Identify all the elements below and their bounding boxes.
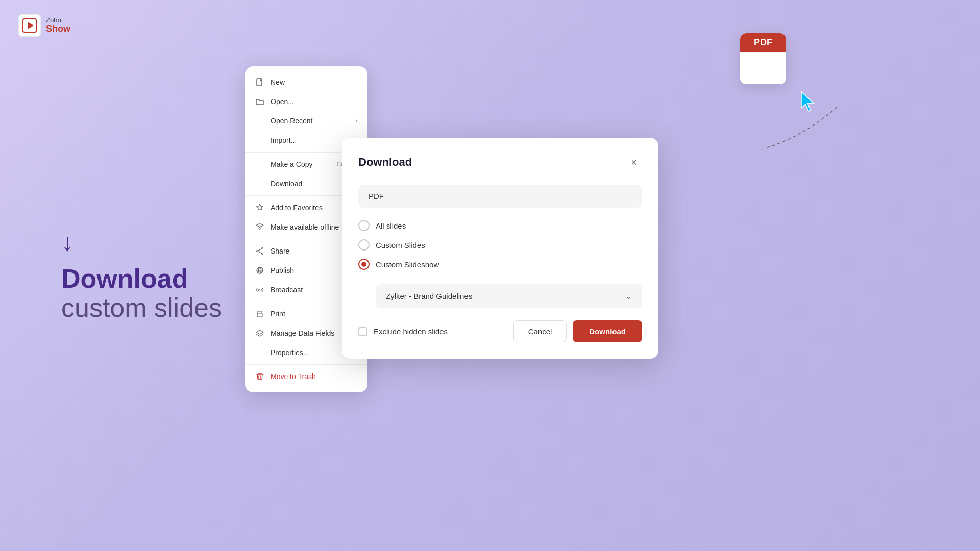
print-icon [255,309,264,318]
svg-point-14 [259,289,260,290]
format-selector[interactable]: PDF [358,185,642,208]
dropdown-arrow-icon: ⌄ [625,291,632,301]
pdf-icon-body [740,52,786,84]
trash-icon [255,372,264,381]
svg-point-5 [262,248,263,249]
svg-point-3 [259,229,260,230]
svg-line-8 [258,252,262,253]
download-promo-icon: ↓ [61,228,222,256]
cancel-button[interactable]: Cancel [513,320,567,342]
menu-new-label: New [271,78,357,86]
slideshow-dropdown[interactable]: Zylker - Brand Guidelines ⌄ [376,284,642,308]
menu-open-label: Open... [271,97,357,106]
menu-item-new[interactable]: New [245,72,368,92]
pdf-floating-icon: PDF [740,33,786,84]
separator-5 [245,364,368,365]
exclude-hidden-row[interactable]: Exclude hidden slides [358,327,448,336]
svg-line-7 [258,249,262,251]
logo-text: Zoho Show [46,17,70,34]
open-folder-icon [255,97,264,106]
radio-group-slides: All slides Custom Slides Custom Slidesho… [358,220,642,270]
svg-rect-17 [258,316,260,316]
dialog-title: Download [358,156,412,169]
pdf-badge-label: PDF [740,33,786,52]
svg-point-4 [257,251,258,252]
broadcast-icon [255,285,264,294]
star-icon [255,203,264,212]
menu-item-open-recent[interactable]: Open Recent › [245,111,368,131]
download-dialog: Download × PDF All slides Custom Slides … [342,138,658,359]
logo-icon [18,14,41,37]
wifi-icon [255,222,264,232]
open-recent-arrow: › [355,117,357,124]
properties-icon [255,348,264,357]
svg-rect-16 [258,315,261,315]
menu-print-label: Print [271,310,349,318]
dialog-actions: Cancel Download [513,320,642,342]
radio-label-all-slides: All slides [376,221,406,230]
radio-circle-custom-slideshow [358,259,370,270]
svg-point-6 [262,253,263,255]
logo-show-label: Show [46,24,70,34]
radio-all-slides[interactable]: All slides [358,220,642,231]
copy-icon [255,160,264,169]
dialog-close-button[interactable]: × [626,154,642,170]
exclude-hidden-checkbox[interactable] [358,327,368,336]
menu-item-trash[interactable]: Move to Trash [245,367,368,386]
open-recent-icon [255,116,264,126]
radio-label-custom-slideshow: Custom Slideshow [376,260,439,269]
menu-open-recent-label: Open Recent [271,117,349,125]
radio-custom-slideshow[interactable]: Custom Slideshow [358,259,642,270]
logo-zoho-label: Zoho [46,17,70,24]
svg-rect-2 [257,79,262,86]
logo: Zoho Show [18,14,70,37]
download-button[interactable]: Download [573,320,642,342]
new-file-icon [255,78,264,87]
download-icon [255,179,264,188]
globe-icon [255,266,264,275]
radio-circle-custom-slides [358,239,370,251]
menu-item-open[interactable]: Open... [245,92,368,111]
slideshow-value: Zylker - Brand Guidelines [386,292,472,300]
radio-circle-all-slides [358,220,370,231]
dialog-header: Download × [358,154,642,170]
cursor-arrow-decoration [799,91,818,113]
radio-custom-slides[interactable]: Custom Slides [358,239,642,251]
radio-label-custom-slides: Custom Slides [376,241,425,249]
import-icon [255,136,264,145]
promo-title: Download [61,264,222,293]
share-icon [255,246,264,256]
exclude-hidden-label: Exclude hidden slides [374,327,448,336]
menu-copy-label: Make a Copy [271,160,331,168]
promo-subtitle: custom slides [61,294,222,323]
layers-icon [255,329,264,338]
menu-trash-label: Move to Trash [271,372,357,381]
promo-section: ↓ Download custom slides [61,228,222,322]
